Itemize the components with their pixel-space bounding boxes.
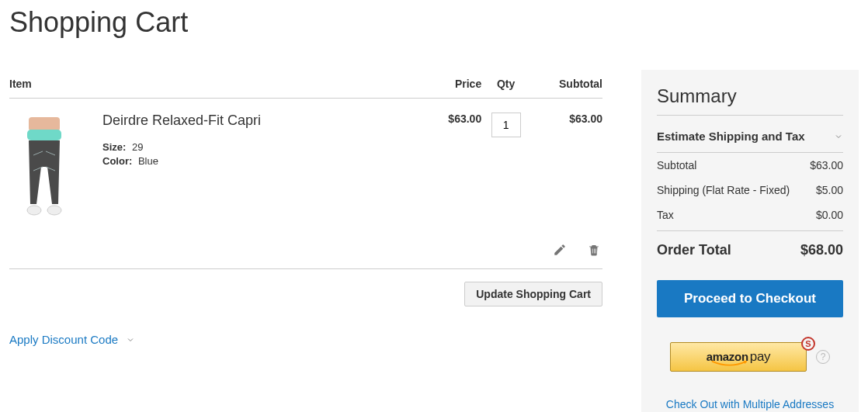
summary-value: $5.00 xyxy=(816,184,843,196)
multiple-addresses-link[interactable]: Check Out with Multiple Addresses xyxy=(657,398,843,410)
svg-rect-2 xyxy=(27,130,61,140)
svg-point-8 xyxy=(47,206,61,215)
summary-row-subtotal: Subtotal $63.00 xyxy=(657,153,843,178)
option-value: 29 xyxy=(132,141,143,153)
col-header-price: Price xyxy=(426,70,481,99)
amazon-sandbox-badge: S xyxy=(801,337,815,351)
cart-main: Item Price Qty Subtotal xyxy=(9,70,602,347)
summary-row-tax: Tax $0.00 xyxy=(657,203,843,227)
chevron-down-icon xyxy=(834,132,843,141)
order-total-label: Order Total xyxy=(657,242,731,258)
svg-rect-1 xyxy=(29,117,60,131)
order-total-row: Order Total $68.00 xyxy=(657,230,843,258)
col-header-subtotal: Subtotal xyxy=(530,70,602,99)
page-title: Shopping Cart xyxy=(9,6,859,39)
trash-icon[interactable] xyxy=(587,243,602,258)
amazon-smile-icon xyxy=(711,360,748,368)
svg-point-7 xyxy=(27,206,41,215)
help-icon[interactable]: ? xyxy=(816,350,830,364)
item-subtotal: $63.00 xyxy=(530,99,602,230)
product-option: Color: Blue xyxy=(102,155,261,167)
summary-box: Summary Estimate Shipping and Tax Subtot… xyxy=(641,70,859,412)
option-value: Blue xyxy=(138,155,158,167)
amazon-pay-button[interactable]: amazonpay S xyxy=(670,342,807,372)
order-total-value: $68.00 xyxy=(800,242,843,258)
summary-value: $63.00 xyxy=(810,159,843,171)
option-label: Color: xyxy=(102,155,132,167)
summary-label: Shipping (Flat Rate - Fixed) xyxy=(657,184,790,196)
qty-input[interactable] xyxy=(491,113,521,137)
update-cart-button[interactable]: Update Shopping Cart xyxy=(464,282,602,306)
estimate-shipping-toggle[interactable]: Estimate Shipping and Tax xyxy=(657,126,843,153)
edit-icon[interactable] xyxy=(553,243,568,258)
table-row: Deirdre Relaxed-Fit Capri Size: 29 Color… xyxy=(9,99,602,230)
summary-label: Subtotal xyxy=(657,159,696,171)
chevron-down-icon xyxy=(126,335,135,344)
product-option: Size: 29 xyxy=(102,141,261,153)
item-price: $63.00 xyxy=(426,99,481,230)
amazon-pay-label: amazonpay xyxy=(707,349,771,365)
col-header-item: Item xyxy=(9,70,426,99)
apply-discount-toggle[interactable]: Apply Discount Code xyxy=(9,333,135,346)
col-header-qty: Qty xyxy=(481,70,530,99)
summary-row-shipping: Shipping (Flat Rate - Fixed) $5.00 xyxy=(657,178,843,203)
summary-label: Tax xyxy=(657,209,674,221)
option-label: Size: xyxy=(102,141,126,153)
proceed-to-checkout-button[interactable]: Proceed to Checkout xyxy=(657,280,843,317)
product-image[interactable] xyxy=(9,113,79,221)
summary-value: $0.00 xyxy=(816,209,843,221)
product-name[interactable]: Deirdre Relaxed-Fit Capri xyxy=(102,113,261,129)
summary-title: Summary xyxy=(657,85,843,116)
discount-label: Apply Discount Code xyxy=(9,333,118,346)
estimate-label: Estimate Shipping and Tax xyxy=(657,130,805,143)
cart-table: Item Price Qty Subtotal xyxy=(9,70,602,269)
